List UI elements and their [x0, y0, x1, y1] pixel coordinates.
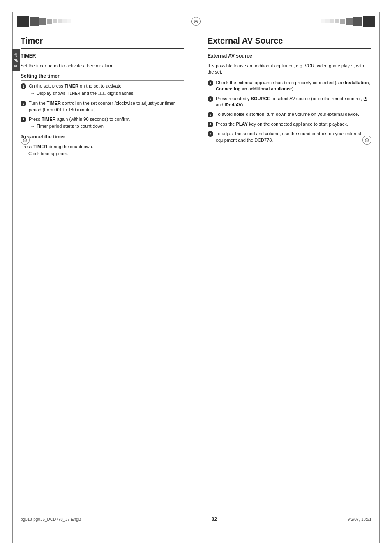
eav-s2-and: and: [216, 102, 224, 107]
sq-pale-r8: [321, 19, 325, 23]
step-1-text-before: On the set, press: [29, 83, 65, 88]
footer-date: 9/2/07, 18:51: [348, 517, 371, 522]
cancel-timer-text: Press TIMER during the countdown. → Cloc…: [21, 144, 184, 157]
sq-mid-3: [39, 18, 46, 25]
step-1-number: 1: [21, 83, 26, 89]
external-av-section-title: External AV Source: [208, 36, 371, 49]
corner-tl: [12, 12, 16, 16]
timer-column: Timer TIMER Set the timer period to acti…: [21, 36, 193, 161]
eav-step-1-number: 1: [208, 80, 213, 86]
step-1-text: On the set, press TIMER on the set to ac…: [29, 83, 184, 97]
eav-s1-close: ).: [292, 86, 295, 91]
eav-step-5-number: 5: [208, 131, 213, 137]
timer-subsection-title: TIMER: [21, 53, 184, 60]
timer-step-1: 1 On the set, press TIMER on the set to …: [21, 83, 184, 97]
page-border-bottom: [12, 524, 380, 524]
two-column-layout: Timer TIMER Set the timer period to acti…: [21, 32, 371, 161]
arrow-icon-1: →: [30, 90, 35, 97]
eav-step-2-number: 2: [208, 96, 213, 102]
sq-pale-r6: [330, 19, 334, 23]
cancel-arrow-icon: →: [22, 151, 27, 157]
eav-step-1: 1 Check the external appliance has been …: [208, 80, 371, 92]
eav-s1-comma: ,: [369, 80, 370, 85]
language-tab: English: [12, 49, 20, 71]
sq-pale-7: [62, 19, 67, 23]
eav-s2-bold: SOURCE: [251, 96, 270, 101]
eav-s4-before: Press the: [216, 122, 236, 127]
sq-pale-8: [67, 19, 71, 23]
sq-lighter-5: [53, 19, 57, 23]
eav-step-5-text: To adjust the sound and volume, use the …: [216, 131, 371, 143]
page-border-left: [12, 12, 13, 543]
corner-bl: [12, 539, 16, 543]
sq-light-4: [47, 19, 52, 24]
arrow-icon-3: →: [30, 123, 35, 129]
sq-light-r4: [340, 19, 345, 24]
eav-step-4-number: 4: [208, 122, 213, 127]
corner-tr: [376, 12, 380, 16]
timer-step-2: 2 Turn the TIMER control on the set coun…: [21, 100, 184, 113]
external-av-steps-list: 1 Check the external appliance has been …: [208, 80, 371, 143]
cancel-text-before: Press: [21, 144, 33, 149]
sq-lightest-6: [58, 19, 62, 23]
step-3-bold: TIMER: [42, 117, 55, 122]
step-1-arrow-line: → Display shows TIMER and the □□□ digits…: [30, 90, 184, 97]
step-2-number: 2: [21, 101, 26, 106]
eav-s2-after: to select AV source (or on the remote co…: [270, 96, 363, 101]
eav-step-1-text: Check the external appliance has been pr…: [216, 80, 371, 92]
sq-mid-r3: [346, 18, 353, 25]
eav-step-2: 2 Press repeatedly SOURCE to select AV s…: [208, 96, 371, 108]
sq-lighter-r5: [335, 19, 339, 23]
cancel-text-after: during the countdown.: [47, 144, 93, 149]
eav-s3-text: To avoid noise distortion, turn down the…: [216, 112, 359, 117]
timer-section-title: Timer: [21, 36, 184, 49]
step-3-text: Press TIMER again (within 90 seconds) to…: [29, 116, 184, 130]
cancel-timer-title: To cancel the timer: [21, 134, 184, 141]
page-footer: pg018-pg035_DCD778_37-EngB 32 9/2/07, 18…: [21, 514, 371, 522]
step-2-text: Turn the TIMER control on the set counte…: [29, 100, 184, 113]
cancel-text: Press TIMER during the countdown.: [21, 144, 184, 150]
timer-step-3: 3 Press TIMER again (within 90 seconds) …: [21, 116, 184, 130]
corner-br: [376, 539, 380, 543]
eav-step-3-text: To avoid noise distortion, turn down the…: [216, 111, 371, 117]
step-1-text-after: on the set to activate.: [78, 83, 123, 88]
timer-description: Set the timer period to activate a beepe…: [21, 63, 184, 69]
eav-step-4-text: Press the PLAY key on the connected appl…: [216, 121, 371, 127]
step-3-arrow-line: → Timer period starts to count down.: [30, 123, 184, 129]
sq-pale-r7: [325, 19, 330, 23]
eav-s4-bold: PLAY: [236, 122, 248, 127]
external-av-column: External AV Source External AV source It…: [205, 36, 371, 161]
sq-dark-2: [30, 17, 39, 26]
external-av-description: It is possible to use an additional appl…: [208, 63, 371, 76]
footer-file: pg018-pg035_DCD778_37-EngB: [21, 517, 81, 522]
eav-step-4: 4 Press the PLAY key on the connected ap…: [208, 121, 371, 127]
eav-step-3: 3 To avoid noise distortion, turn down t…: [208, 111, 371, 117]
step-2-bold: TIMER: [47, 101, 61, 106]
sq-dark-1: [17, 16, 29, 27]
step-2-text-before: Turn the: [29, 101, 47, 106]
eav-s2-before: Press repeatedly: [216, 96, 251, 101]
step-1-arrow-text: Display shows TIMER and the □□□ digits f…: [37, 90, 135, 97]
sq-dark-r2: [353, 17, 362, 26]
eav-s4-after: key on the connected appliance to start …: [248, 122, 348, 127]
page-number: 32: [212, 516, 217, 522]
main-content: Timer TIMER Set the timer period to acti…: [21, 32, 371, 523]
sq-dark-r1: [363, 16, 375, 27]
step-1-bold: TIMER: [65, 83, 78, 88]
step-3-arrow-text: Timer period starts to count down.: [37, 123, 105, 129]
eav-s2-ipod: iPod/AV: [224, 102, 241, 107]
eav-s2-close: ).: [242, 102, 244, 107]
eav-step-3-number: 3: [208, 112, 213, 117]
cancel-arrow-line: → Clock time appears.: [22, 151, 184, 157]
eav-step-2-text: Press repeatedly SOURCE to select AV sou…: [216, 96, 371, 108]
step-3-text-after: again (within 90 seconds) to confirm.: [55, 117, 130, 122]
step-3-text-before: Press: [29, 117, 42, 122]
header-squares-left: [17, 16, 71, 27]
timer-steps-list: 1 On the set, press TIMER on the set to …: [21, 83, 184, 129]
eav-s1-bold1: Installation: [345, 80, 369, 85]
eav-s5-text: To adjust the sound and volume, use the …: [216, 131, 361, 142]
cancel-arrow-text: Clock time appears.: [28, 151, 68, 157]
setting-timer-title: Setting the timer: [21, 73, 184, 81]
cancel-bold: TIMER: [33, 144, 47, 149]
header-crosshair-center: ⊕: [191, 17, 201, 26]
